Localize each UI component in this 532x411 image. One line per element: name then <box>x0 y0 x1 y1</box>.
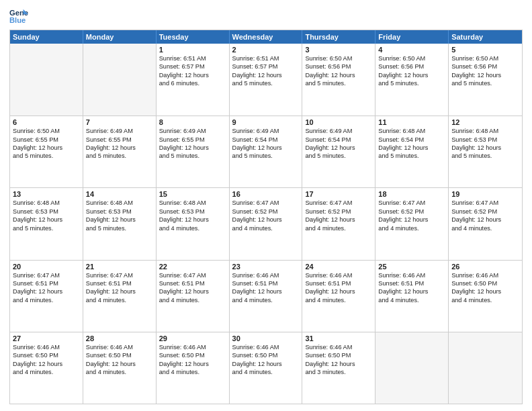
cell-info-line: Sunrise: 6:46 AM <box>451 271 519 279</box>
cell-info-line: Daylight: 12 hours <box>305 287 372 295</box>
calendar-cell <box>375 332 449 404</box>
cell-info-line: Daylight: 12 hours <box>305 71 372 79</box>
day-number: 19 <box>451 190 519 198</box>
day-header-tuesday: Tuesday <box>157 30 230 44</box>
cell-info-line: Sunset: 6:54 PM <box>378 136 445 144</box>
svg-text:Blue: Blue <box>9 16 26 24</box>
cell-info-line: Daylight: 12 hours <box>86 360 153 368</box>
cell-info-line: Daylight: 12 hours <box>378 287 445 295</box>
calendar-cell: 26Sunrise: 6:46 AMSunset: 6:50 PMDayligh… <box>449 261 522 332</box>
day-number: 28 <box>86 334 153 342</box>
cell-info-line: Daylight: 12 hours <box>159 287 226 295</box>
cell-info-line: Sunrise: 6:46 AM <box>232 343 300 351</box>
cell-info-line: Sunset: 6:50 PM <box>13 351 80 359</box>
cell-info-line: Sunset: 6:54 PM <box>305 136 372 144</box>
calendar-cell: 8Sunrise: 6:49 AMSunset: 6:55 PMDaylight… <box>157 116 230 187</box>
cell-info-line: Daylight: 12 hours <box>232 360 300 368</box>
day-number: 30 <box>232 334 300 342</box>
cell-info-line: and 4 minutes. <box>232 296 300 304</box>
cell-info-line: and 5 minutes. <box>232 152 300 160</box>
cell-info-line: Sunrise: 6:47 AM <box>451 199 519 207</box>
cell-info-line: Sunrise: 6:51 AM <box>232 54 300 62</box>
calendar-cell: 12Sunrise: 6:48 AMSunset: 6:53 PMDayligh… <box>449 116 522 187</box>
cell-info-line: Sunrise: 6:50 AM <box>451 54 519 62</box>
calendar-week-1: 1Sunrise: 6:51 AMSunset: 6:57 PMDaylight… <box>10 44 522 116</box>
cell-info-line: Sunrise: 6:46 AM <box>159 343 226 351</box>
calendar-cell: 30Sunrise: 6:46 AMSunset: 6:50 PMDayligh… <box>230 332 303 404</box>
calendar-week-5: 27Sunrise: 6:46 AMSunset: 6:50 PMDayligh… <box>10 332 522 404</box>
calendar-week-4: 20Sunrise: 6:47 AMSunset: 6:51 PMDayligh… <box>10 260 522 332</box>
cell-info-line: and 4 minutes. <box>305 296 372 304</box>
cell-info-line: and 3 minutes. <box>305 368 372 376</box>
day-number: 14 <box>86 190 153 198</box>
calendar-cell: 13Sunrise: 6:48 AMSunset: 6:53 PMDayligh… <box>10 188 83 259</box>
cell-info-line: Daylight: 12 hours <box>159 360 226 368</box>
cell-info-line: Daylight: 12 hours <box>13 287 80 295</box>
cell-info-line: Daylight: 12 hours <box>232 71 300 79</box>
cell-info-line: and 5 minutes. <box>305 152 372 160</box>
cell-info-line: Daylight: 12 hours <box>13 144 80 152</box>
calendar-cell <box>83 44 157 116</box>
calendar-cell <box>449 332 522 404</box>
cell-info-line: and 4 minutes. <box>13 368 80 376</box>
cell-info-line: Sunset: 6:50 PM <box>159 351 226 359</box>
cell-info-line: Daylight: 12 hours <box>232 216 300 224</box>
cell-info-line: and 5 minutes. <box>378 79 445 87</box>
cell-info-line: and 4 minutes. <box>232 368 300 376</box>
day-number: 13 <box>13 190 80 198</box>
cell-info-line: Sunset: 6:51 PM <box>305 279 372 287</box>
cell-info-line: Daylight: 12 hours <box>305 360 372 368</box>
day-number: 20 <box>13 263 80 271</box>
calendar-cell: 24Sunrise: 6:46 AMSunset: 6:51 PMDayligh… <box>302 261 375 332</box>
cell-info-line: Sunrise: 6:48 AM <box>451 127 519 135</box>
cell-info-line: Daylight: 12 hours <box>378 144 445 152</box>
calendar-cell: 28Sunrise: 6:46 AMSunset: 6:50 PMDayligh… <box>83 332 157 404</box>
day-number: 6 <box>13 118 80 126</box>
cell-info-line: Sunrise: 6:47 AM <box>86 271 153 279</box>
cell-info-line: Sunrise: 6:47 AM <box>232 199 300 207</box>
cell-info-line: Daylight: 12 hours <box>86 216 153 224</box>
calendar-cell: 6Sunrise: 6:50 AMSunset: 6:55 PMDaylight… <box>10 116 83 187</box>
cell-info-line: Sunrise: 6:47 AM <box>13 271 80 279</box>
header: General Blue <box>9 7 523 26</box>
calendar-cell: 25Sunrise: 6:46 AMSunset: 6:51 PMDayligh… <box>375 261 449 332</box>
cell-info-line: and 5 minutes. <box>305 79 372 87</box>
cell-info-line: and 4 minutes. <box>378 296 445 304</box>
calendar-cell: 19Sunrise: 6:47 AMSunset: 6:52 PMDayligh… <box>449 188 522 259</box>
cell-info-line: Sunrise: 6:46 AM <box>86 343 153 351</box>
cell-info-line: Sunset: 6:50 PM <box>451 279 519 287</box>
cell-info-line: Sunrise: 6:47 AM <box>305 199 372 207</box>
cell-info-line: Sunrise: 6:46 AM <box>305 271 372 279</box>
calendar-cell: 29Sunrise: 6:46 AMSunset: 6:50 PMDayligh… <box>157 332 230 404</box>
day-number: 27 <box>13 334 80 342</box>
cell-info-line: Sunset: 6:51 PM <box>232 279 300 287</box>
cell-info-line: Sunset: 6:50 PM <box>86 351 153 359</box>
day-number: 15 <box>159 190 226 198</box>
cell-info-line: Sunrise: 6:47 AM <box>378 199 445 207</box>
cell-info-line: and 4 minutes. <box>159 224 226 232</box>
cell-info-line: and 5 minutes. <box>13 152 80 160</box>
day-number: 21 <box>86 263 153 271</box>
day-number: 18 <box>378 190 445 198</box>
day-number: 8 <box>159 118 226 126</box>
cell-info-line: and 4 minutes. <box>451 224 519 232</box>
cell-info-line: Sunset: 6:51 PM <box>86 279 153 287</box>
day-number: 24 <box>305 263 372 271</box>
cell-info-line: Sunset: 6:57 PM <box>159 62 226 71</box>
cell-info-line: Sunrise: 6:49 AM <box>305 127 372 135</box>
calendar-cell: 5Sunrise: 6:50 AMSunset: 6:56 PMDaylight… <box>449 44 522 116</box>
cell-info-line: and 4 minutes. <box>232 224 300 232</box>
day-header-sunday: Sunday <box>10 30 83 44</box>
cell-info-line: and 5 minutes. <box>232 79 300 87</box>
cell-info-line: Sunset: 6:50 PM <box>232 351 300 359</box>
day-number: 23 <box>232 263 300 271</box>
cell-info-line: Daylight: 12 hours <box>159 216 226 224</box>
cell-info-line: and 5 minutes. <box>159 152 226 160</box>
calendar-cell: 4Sunrise: 6:50 AMSunset: 6:56 PMDaylight… <box>375 44 449 116</box>
day-number: 4 <box>378 46 445 54</box>
cell-info-line: and 5 minutes. <box>86 224 153 232</box>
cell-info-line: Sunrise: 6:47 AM <box>159 271 226 279</box>
calendar-cell: 10Sunrise: 6:49 AMSunset: 6:54 PMDayligh… <box>302 116 375 187</box>
calendar-cell: 21Sunrise: 6:47 AMSunset: 6:51 PMDayligh… <box>83 261 157 332</box>
cell-info-line: Sunrise: 6:48 AM <box>13 199 80 207</box>
